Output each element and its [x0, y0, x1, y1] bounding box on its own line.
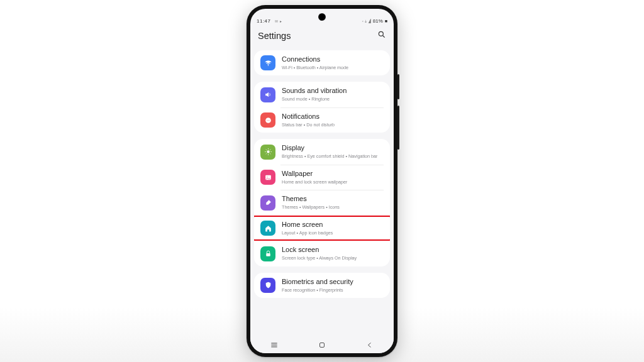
recents-button[interactable]	[269, 339, 280, 351]
svg-point-5	[267, 150, 269, 153]
settings-item-title: Themes	[282, 195, 340, 204]
status-icons-left: ✉ ▸	[275, 19, 282, 23]
settings-group: DisplayBrightness • Eye comfort shield •…	[254, 139, 390, 266]
settings-item-text: Lock screenScreen lock type • Always On …	[282, 246, 357, 261]
settings-item-biometrics[interactable]: Biometrics and securityFace recognition …	[254, 273, 390, 298]
settings-item-text: Sounds and vibrationSound mode • Rington…	[282, 87, 347, 102]
svg-line-11	[270, 153, 270, 154]
settings-list: ConnectionsWi-Fi • Bluetooth • Airplane …	[250, 50, 394, 304]
sun-icon	[260, 145, 275, 160]
settings-group: Sounds and vibrationSound mode • Rington…	[254, 82, 390, 133]
settings-item-title: Lock screen	[282, 246, 357, 255]
svg-rect-16	[266, 253, 270, 256]
svg-line-10	[265, 150, 266, 150]
settings-item-subtitle: Layout • App icon badges	[282, 230, 333, 236]
settings-item-sounds[interactable]: Sounds and vibrationSound mode • Rington…	[254, 82, 390, 107]
settings-item-themes[interactable]: ThemesThemes • Wallpapers • Icons	[254, 190, 390, 215]
settings-item-text: DisplayBrightness • Eye comfort shield •…	[282, 144, 377, 159]
settings-item-subtitle: Wi-Fi • Bluetooth • Airplane mode	[282, 65, 348, 71]
svg-line-13	[270, 150, 270, 150]
shield-icon	[260, 278, 275, 293]
svg-rect-20	[320, 343, 325, 348]
lock-icon	[260, 246, 275, 261]
phone-frame: 11:47 ✉ ▸ ◦ ⫰ ◢ 81% ■ Settings Connectio…	[247, 5, 397, 357]
settings-item-title: Connections	[282, 55, 348, 64]
wifi-icon	[260, 55, 275, 70]
svg-line-12	[265, 153, 266, 154]
settings-item-text: ThemesThemes • Wallpapers • Icons	[282, 195, 340, 210]
svg-rect-4	[266, 120, 269, 121]
settings-item-title: Display	[282, 144, 377, 153]
settings-item-title: Notifications	[282, 112, 335, 121]
side-button	[397, 106, 399, 150]
page-title: Settings	[258, 31, 291, 41]
status-battery-pct: 81%	[373, 18, 383, 24]
settings-item-home[interactable]: Home screenLayout • App icon badges	[254, 216, 390, 241]
front-camera	[319, 14, 325, 20]
svg-point-2	[267, 65, 268, 65]
settings-item-text: ConnectionsWi-Fi • Bluetooth • Airplane …	[282, 55, 348, 70]
settings-item-subtitle: Screen lock type • Always On Display	[282, 255, 357, 261]
settings-item-title: Wallpaper	[282, 170, 347, 178]
status-time: 11:47	[257, 18, 271, 24]
settings-item-lock[interactable]: Lock screenScreen lock type • Always On …	[254, 241, 390, 266]
home-button[interactable]	[316, 339, 328, 351]
svg-point-0	[379, 31, 383, 36]
settings-group: Biometrics and securityFace recognition …	[254, 273, 390, 298]
settings-item-subtitle: Themes • Wallpapers • Icons	[282, 204, 340, 211]
android-nav-bar	[250, 337, 394, 353]
settings-item-subtitle: Sound mode • Ringtone	[282, 96, 347, 102]
settings-item-subtitle: Home and lock screen wallpaper	[282, 179, 347, 185]
header: Settings	[250, 24, 394, 50]
svg-point-15	[267, 176, 268, 177]
back-button[interactable]	[364, 339, 375, 351]
settings-group: ConnectionsWi-Fi • Bluetooth • Airplane …	[254, 50, 390, 75]
status-signal: ◦ ⫰ ◢	[362, 19, 370, 23]
settings-item-connections[interactable]: ConnectionsWi-Fi • Bluetooth • Airplane …	[254, 50, 390, 75]
home-icon	[260, 221, 275, 236]
sound-icon	[260, 87, 275, 102]
bell-off-icon	[260, 112, 275, 128]
settings-item-title: Sounds and vibration	[282, 87, 347, 96]
side-button	[397, 74, 399, 99]
settings-item-text: NotificationsStatus bar • Do not disturb	[282, 112, 335, 128]
battery-icon: ■	[385, 19, 387, 23]
phone-screen: 11:47 ✉ ▸ ◦ ⫰ ◢ 81% ■ Settings Connectio…	[250, 9, 394, 353]
settings-item-text: Biometrics and securityFace recognition …	[282, 278, 353, 293]
picture-icon	[260, 170, 275, 185]
settings-item-text: Home screenLayout • App icon badges	[282, 221, 333, 236]
brush-icon	[260, 195, 275, 211]
settings-item-title: Biometrics and security	[282, 278, 353, 287]
settings-item-text: WallpaperHome and lock screen wallpaper	[282, 170, 347, 185]
settings-item-subtitle: Brightness • Eye comfort shield • Naviga…	[282, 153, 377, 160]
search-icon[interactable]	[377, 30, 386, 41]
svg-line-1	[383, 36, 385, 38]
settings-item-wallpaper[interactable]: WallpaperHome and lock screen wallpaper	[254, 165, 390, 190]
settings-item-subtitle: Face recognition • Fingerprints	[282, 287, 353, 293]
settings-item-notifications[interactable]: NotificationsStatus bar • Do not disturb	[254, 107, 390, 133]
settings-item-title: Home screen	[282, 221, 333, 229]
settings-item-display[interactable]: DisplayBrightness • Eye comfort shield •…	[254, 139, 390, 164]
settings-item-subtitle: Status bar • Do not disturb	[282, 122, 335, 128]
